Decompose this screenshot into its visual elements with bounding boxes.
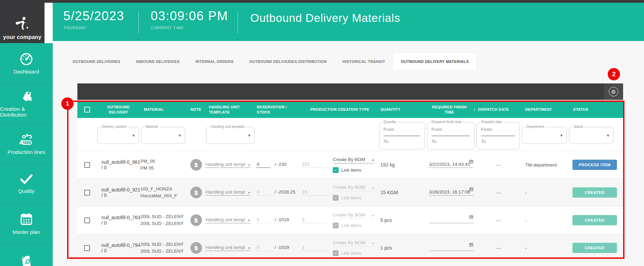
creation-type-select[interactable]: Create By BOM▼ [333,240,375,247]
finish-time-input[interactable]: 3/22/2023, 14:43:41 [429,162,473,168]
link-items-checkbox[interactable]: ✓ [333,167,339,173]
tab-outbound-deliveries[interactable]: OUTBOUND DELIVERIES [65,53,128,70]
settings-button[interactable]: ⚙ [604,83,623,100]
link-items-checkbox[interactable]: ✓ [333,195,339,201]
dispatch-date-to-input[interactable]: To [481,139,486,144]
note-icon[interactable] [190,242,202,254]
reservation-input[interactable]: 0 [256,217,270,223]
quantity-value: 152 kg [378,162,426,168]
reservation-total: / -1019 [275,245,289,250]
page-header: 5/25/2023 THURSDAY 03:09:06 PM CURRENT T… [53,3,644,41]
stock-input[interactable]: 5 [301,217,327,223]
stock-input[interactable]: 1 [301,245,327,251]
stock-input[interactable]: 15 [301,189,327,196]
header-date-block: 5/25/2023 THURSDAY [63,10,124,30]
company-logo-icon [13,15,31,33]
finish-time-input[interactable] [429,217,473,223]
sidebar-item-production-lines[interactable]: Production lines [0,123,53,163]
dispatch-date-value: --- [476,218,521,223]
reservation-input[interactable]: 0 [256,245,270,251]
select-all-checkbox[interactable] [84,107,90,112]
handling-unit-select[interactable]: Handling unit templ▼ [205,217,251,223]
creation-type-select[interactable]: Create By BOM▼ [333,157,375,163]
finish-time-input[interactable] [429,245,473,251]
link-items-label: Link items [341,223,362,228]
material-value: 200L SUD - ZELENÝ 200L SUD - ZELENÝ [140,213,187,227]
link-items-checkbox[interactable]: ✓ [333,223,339,228]
reservation-input[interactable]: 0 [256,189,270,196]
finish-time-from-input[interactable]: From [431,127,442,132]
col-reservation-stock: RESERVATION / STOCK [256,105,301,115]
row-checkbox[interactable] [84,162,90,168]
status-button[interactable]: PROCESS ITEM [572,160,617,170]
handling-unit-select[interactable]: Handling unit templ▼ [205,245,251,251]
calendar-icon [19,212,34,226]
reservation-total: / -230 [275,162,287,167]
tab-historical-transit[interactable]: HISTORICAL TRANSIT [334,53,393,70]
stock-input[interactable]: 152 [301,162,327,168]
calendar-icon [469,187,473,191]
col-quantity: QUANTITY [378,107,426,112]
chevron-down-icon: ▼ [371,214,375,217]
tab-inbound-deliveries[interactable]: INBOUND DELIVERIES [128,53,188,70]
link-items-checkbox[interactable]: ✓ [333,250,339,256]
status-filter[interactable]: Status ▼ [569,127,614,144]
creation-type-select[interactable]: Create By BOM▼ [333,185,375,191]
row-checkbox[interactable] [84,245,90,251]
tab-outbound-delivery-materials[interactable]: OUTBOUND DELIVERY MATERIALS [393,53,477,70]
table-header-row: OUTBOUND DELIVERY MATERIAL NOTE HANDLING… [77,101,623,118]
reservation-input[interactable]: 0 [256,162,270,168]
quantity-to-input[interactable]: To [383,139,388,144]
sidebar-item-label: Production lines [8,149,45,155]
quantity-value: 5 pcs [378,217,426,223]
note-icon[interactable] [190,214,202,226]
material-filter[interactable]: Material ▼ [141,127,185,144]
col-note: NOTE [187,107,205,112]
department-value: TM-department [521,162,568,168]
tab-internal-orders[interactable]: INTERNAL ORDERS [188,53,242,70]
status-button[interactable]: CREATED [572,215,617,225]
sidebar-item-partial[interactable] [0,243,53,266]
dispatch-date-from-input[interactable]: From [481,127,492,132]
row-checkbox[interactable] [84,217,90,223]
department-value: - [521,245,568,251]
dispatch-date-value: --- [476,245,521,251]
quantity-from-input[interactable]: From [383,127,394,132]
sidebar-item-label: Quality [18,188,35,194]
main-content: OUTBOUND DELIVERIES INBOUND DELIVERIES I… [53,41,644,266]
current-time-label: CURRENT TIME [151,26,228,30]
delivery-number-filter[interactable]: Delivery number ▼ [97,127,139,144]
note-icon[interactable] [190,187,202,198]
chevron-down-icon: ▼ [371,186,375,190]
col-material: MATERIAL [140,107,187,112]
handling-unit-select[interactable]: Handling unit templ▼ [205,162,251,168]
col-outbound-delivery: OUTBOUND DELIVERY [97,105,140,115]
outbound-delivery-value: null_autofill-0_921 / 0 [97,187,140,198]
current-date: 5/25/2023 [63,10,124,23]
finish-time-to-input[interactable]: To [431,139,436,144]
sidebar-item-creation-distribution[interactable]: Creation & Distribution [0,83,53,123]
status-button[interactable]: CREATED [572,243,617,253]
sidebar-item-master-plan[interactable]: Master plan [0,203,53,243]
col-handling-unit-template: HANDLING UNIT TEMPLATE [205,105,256,115]
sidebar-item-dashboard[interactable]: Dashboard [0,43,53,83]
tag-icon [18,89,34,103]
tab-outbound-deliveries-distribution[interactable]: OUTBOUND DELIVERIES DISTRIBUTION [241,53,334,70]
dispatch-date-range-filter: Dispatch date From To [477,122,520,149]
status-button[interactable]: CREATED [572,187,617,198]
row-checkbox[interactable] [84,190,90,196]
note-icon[interactable] [190,159,202,171]
chevron-down-icon: ▼ [248,247,251,250]
header-divider [238,11,238,34]
required-finish-time-range-filter: Required finish time From To [427,122,475,149]
department-filter[interactable]: Department ▼ [522,127,567,144]
handling-unit-select[interactable]: Handling unit templ▼ [205,189,251,196]
col-required-finish-time[interactable]: REQUIRED FINISH TIME ↑ [426,105,476,115]
link-items-label: Link items [341,168,362,173]
header-divider [138,11,139,34]
finish-time-input[interactable]: 3/26/2023, 16:17:06 [429,189,473,196]
sort-ascending-icon[interactable]: ↑ [473,106,476,113]
sidebar-item-quality[interactable]: Quality [0,163,53,203]
handling-unit-template-filter[interactable]: Handling unit template ▼ [206,127,255,144]
creation-type-select[interactable]: Create By BOM▼ [333,212,375,219]
